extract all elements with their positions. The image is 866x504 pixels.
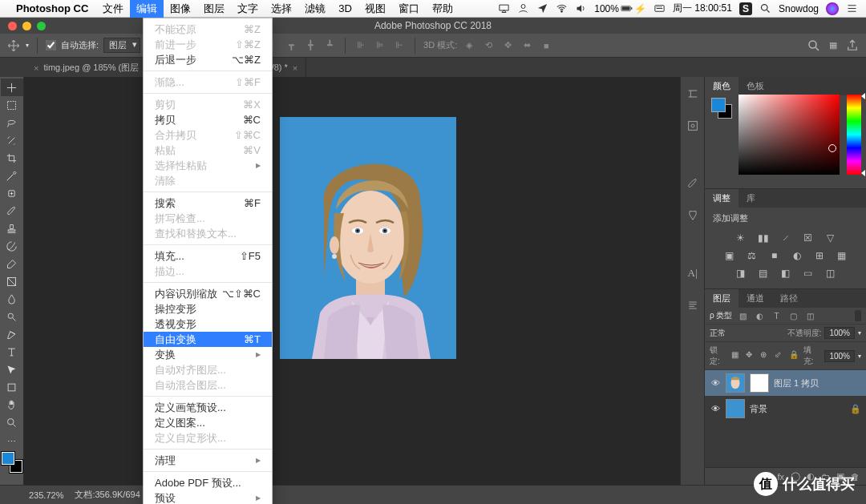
brush-panel-icon[interactable]	[684, 175, 702, 192]
type-tool[interactable]	[1, 343, 23, 361]
layer-mask-thumbnail[interactable]	[750, 373, 769, 393]
zoom-level[interactable]: 235.72%	[29, 490, 63, 500]
3d-icon[interactable]: ✥	[500, 38, 515, 53]
history-brush-tool[interactable]	[1, 237, 23, 255]
menu-item[interactable]: 拷贝⌘C	[144, 112, 272, 127]
doc-size[interactable]: 文档:356.9K/694	[75, 489, 140, 501]
visibility-icon[interactable]: 👁	[710, 404, 721, 413]
edit-toolbar-icon[interactable]: ⋯	[1, 436, 23, 447]
lock-artboard-icon[interactable]: ⊕	[760, 350, 771, 361]
color-picker-field[interactable]	[739, 95, 840, 175]
tab-color[interactable]: 颜色	[705, 77, 739, 95]
wifi-icon[interactable]	[556, 2, 568, 14]
menu-item[interactable]: 透视变形	[144, 317, 272, 332]
filter-toggle[interactable]	[855, 310, 861, 321]
brush-settings-icon[interactable]	[684, 207, 702, 224]
balance-icon[interactable]: ⚖	[745, 249, 759, 262]
username[interactable]: Snowdog	[779, 3, 819, 14]
menu-view[interactable]: 视图	[358, 0, 392, 18]
menu-item[interactable]: 定义画笔预设...	[144, 400, 272, 415]
paragraph-panel-icon[interactable]	[684, 296, 702, 314]
align-bottom-icon[interactable]: ┻	[322, 38, 337, 53]
tab-layers[interactable]: 图层	[705, 289, 739, 308]
distribute-icon[interactable]: ⊩	[392, 38, 407, 53]
menu-item[interactable]: 自由变换⌘T	[144, 332, 272, 347]
3d-icon[interactable]: ⬌	[520, 38, 534, 53]
blend-mode-combo[interactable]: 正常	[710, 328, 767, 339]
layer-row[interactable]: 👁 图层 1 拷贝	[705, 370, 866, 396]
map-icon[interactable]: ▭	[801, 267, 815, 280]
selective-icon[interactable]: ◫	[824, 267, 838, 280]
posterize-icon[interactable]: ▤	[756, 267, 771, 280]
menu-filter[interactable]: 滤镜	[298, 0, 332, 18]
menu-3d[interactable]: 3D	[332, 0, 358, 18]
bw-icon[interactable]: ■	[767, 249, 782, 262]
pen-tool[interactable]	[1, 325, 23, 343]
3d-icon[interactable]: ■	[539, 38, 553, 53]
menu-item[interactable]: 搜索⌘F	[144, 196, 272, 211]
distribute-icon[interactable]: ⊫	[373, 38, 387, 53]
threshold-icon[interactable]: ◧	[779, 267, 793, 280]
tab-paths[interactable]: 路径	[772, 289, 806, 308]
spotlight-icon[interactable]	[759, 2, 771, 14]
filter-type-icon[interactable]: T	[770, 310, 783, 321]
color-swatch[interactable]	[711, 98, 732, 119]
tab-swatches[interactable]: 色板	[739, 77, 772, 95]
menu-layer[interactable]: 图层	[197, 0, 231, 18]
menu-edit[interactable]: 编辑	[130, 0, 164, 18]
workspace-icon[interactable]: ▦	[826, 38, 840, 53]
app-name[interactable]: Photoshop CC	[16, 2, 88, 14]
close-tab-icon[interactable]: ×	[34, 63, 38, 73]
photo-filter-icon[interactable]: ◐	[790, 249, 804, 262]
3d-icon[interactable]: ⟲	[481, 38, 496, 53]
lookup-icon[interactable]: ▦	[835, 249, 849, 262]
menu-type[interactable]: 文字	[231, 0, 265, 18]
close-tab-icon[interactable]: ×	[293, 63, 297, 73]
eraser-tool[interactable]	[1, 255, 23, 272]
siri-icon[interactable]	[826, 2, 839, 15]
curves-icon[interactable]: ⟋	[779, 232, 793, 244]
document-image[interactable]	[280, 117, 456, 359]
invert-icon[interactable]: ◨	[734, 267, 748, 280]
visibility-icon[interactable]: 👁	[710, 378, 721, 388]
3d-icon[interactable]: ◈	[462, 38, 476, 53]
lock-all-icon[interactable]: 🔒	[789, 350, 800, 361]
layer-thumbnail[interactable]	[726, 399, 745, 418]
lock-nest-icon[interactable]: ⬃	[775, 350, 786, 361]
move-tool[interactable]	[1, 79, 23, 96]
brush-tool[interactable]	[1, 202, 23, 220]
layer-row[interactable]: 👁 背景 🔒	[705, 396, 866, 421]
filter-adjust-icon[interactable]: ◐	[753, 310, 766, 321]
lock-position-icon[interactable]: ✥	[746, 350, 757, 361]
menu-file[interactable]: 文件	[96, 0, 130, 18]
menu-select[interactable]: 选择	[265, 0, 298, 18]
fill-value[interactable]: 100%	[824, 350, 855, 362]
menu-item[interactable]: 预设	[144, 490, 272, 504]
vibrance-icon[interactable]: ▽	[824, 232, 838, 244]
eyedropper-tool[interactable]	[1, 167, 23, 184]
auto-select-checkbox[interactable]	[46, 40, 56, 50]
filter-shape-icon[interactable]: ▢	[787, 310, 799, 321]
heal-tool[interactable]	[1, 184, 23, 202]
share-icon[interactable]	[845, 38, 860, 53]
stamp-tool[interactable]	[1, 220, 23, 237]
canvas[interactable]	[24, 77, 680, 485]
tab-channels[interactable]: 通道	[739, 289, 772, 308]
app-icon-1[interactable]: S	[739, 2, 752, 15]
blur-tool[interactable]	[1, 290, 23, 308]
character-panel-icon[interactable]: A|	[684, 264, 702, 282]
auto-select-combo[interactable]: 图层	[103, 38, 140, 53]
tab-adjustments[interactable]: 调整	[705, 189, 739, 208]
doc-tab-1[interactable]: ×timg.jpeg @ 185% (图层	[26, 58, 148, 77]
move-tool-icon[interactable]	[6, 38, 21, 53]
zoom-tool[interactable]	[1, 413, 23, 431]
opacity-value[interactable]: 100%	[824, 327, 855, 339]
path-tool[interactable]	[1, 361, 23, 378]
menu-item[interactable]: 定义图案...	[144, 415, 272, 430]
menu-item[interactable]: 变换	[144, 347, 272, 362]
lasso-tool[interactable]	[1, 114, 23, 131]
mixer-icon[interactable]: ⊞	[812, 249, 827, 262]
input-source-icon[interactable]	[654, 2, 666, 14]
location-icon[interactable]	[536, 2, 548, 14]
menu-item[interactable]: 内容识别缩放⌥⇧⌘C	[144, 286, 272, 301]
